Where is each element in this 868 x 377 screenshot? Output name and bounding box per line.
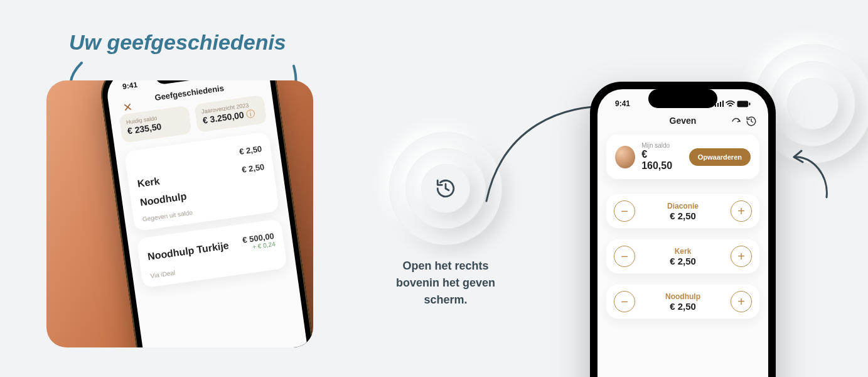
svg-rect-2 xyxy=(737,101,749,107)
phone-screen-right: 9:41 Geven Mijn saldo € 160,50 xyxy=(597,89,768,377)
page-title: Geven xyxy=(670,116,697,126)
callout-line-3: scherm. xyxy=(358,292,533,309)
phone-screen-left: 9:41 Geefgeschiedenis ✕ Huidig saldo € 2… xyxy=(104,80,313,347)
history-card: Noodhulp Turkije € 500,00 + € 0,24 Via i… xyxy=(136,219,287,288)
neumorphic-rings xyxy=(389,132,502,245)
amount: € 2,50 xyxy=(241,161,265,174)
history-icon[interactable] xyxy=(746,116,757,127)
amount: € 2,50 xyxy=(635,256,731,266)
wifi-icon xyxy=(726,101,735,107)
amount: € 2,50 xyxy=(635,301,731,312)
category-name: Noodhulp xyxy=(139,191,187,209)
phone-frame-left: 9:41 Geefgeschiedenis ✕ Huidig saldo € 2… xyxy=(97,80,313,347)
balance-label: Mijn saldo xyxy=(641,142,677,149)
battery-icon xyxy=(737,101,751,107)
share-icon[interactable] xyxy=(731,116,742,127)
give-row: − Diaconie € 2,50 + xyxy=(606,194,759,228)
amount: € 2,50 xyxy=(635,210,731,221)
callout-line-2: bovenin het geven xyxy=(358,275,533,292)
history-icon xyxy=(435,178,456,199)
chip-year-overview[interactable]: Jaaroverzicht 2023 € 3.250,00 xyxy=(194,95,267,133)
category-name: Diaconie xyxy=(635,202,731,210)
phone-notch xyxy=(648,89,717,108)
plus-button[interactable]: + xyxy=(731,291,752,312)
close-icon[interactable]: ✕ xyxy=(122,100,133,115)
phone-frame-right: 9:41 Geven Mijn saldo € 160,50 xyxy=(590,82,776,377)
category-name: Kerk xyxy=(635,247,731,256)
svg-rect-3 xyxy=(749,102,750,105)
middle-callout: Open het rechts bovenin het geven scherm… xyxy=(358,132,533,309)
left-photo-card: 9:41 Geefgeschiedenis ✕ Huidig saldo € 2… xyxy=(46,80,313,347)
minus-button[interactable]: − xyxy=(614,200,635,222)
category-name: Kerk xyxy=(137,175,161,190)
minus-button[interactable]: − xyxy=(614,246,635,267)
feature-title: Uw geefgeschiedenis xyxy=(69,30,286,55)
give-row: − Noodhulp € 2,50 + xyxy=(606,285,759,319)
history-card: € 2,50 Kerk € 2,50 Noodhulp Gegeven uit … xyxy=(124,131,280,231)
plus-button[interactable]: + xyxy=(731,246,752,267)
callout-line-1: Open het rechts xyxy=(358,258,533,275)
balance-card: Mijn saldo € 160,50 Opwaarderen xyxy=(606,134,759,179)
status-time: 9:41 xyxy=(122,80,138,91)
category-name: Noodhulp xyxy=(635,292,731,301)
amount: € 2,50 xyxy=(238,144,262,156)
avatar[interactable] xyxy=(615,146,635,168)
give-row: − Kerk € 2,50 + xyxy=(606,239,759,273)
minus-button[interactable]: − xyxy=(614,291,635,312)
status-icons xyxy=(715,99,751,108)
topup-button[interactable]: Opwaarderen xyxy=(689,148,751,166)
balance-value: € 160,50 xyxy=(641,149,677,172)
status-time: 9:41 xyxy=(615,99,630,108)
category-name: Noodhulp Turkije xyxy=(147,240,230,263)
plus-button[interactable]: + xyxy=(731,200,752,222)
